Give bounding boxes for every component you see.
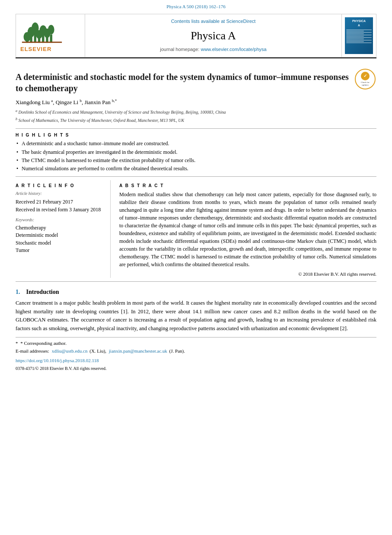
journal-cover-image: PHYSICAA <box>341 14 376 57</box>
cover-line-5 <box>346 35 372 35</box>
keyword-2: Deterministic model <box>16 232 104 239</box>
cover-line-1 <box>346 29 372 30</box>
title-divider <box>16 128 376 129</box>
journal-citation: Physica A 500 (2018) 162–176 <box>0 0 392 12</box>
email-link-1[interactable]: xdliu@ustb.edu.cn <box>52 348 88 353</box>
asterisk-icon: * <box>16 341 18 346</box>
received-date: Received 21 February 2017 <box>16 198 104 206</box>
cover-line-11 <box>346 42 372 43</box>
footnotes-area: * * Corresponding author. E-mail address… <box>16 337 376 355</box>
article-info-label: A R T I C L E I N F O <box>16 183 104 189</box>
svg-rect-13 <box>50 35 52 43</box>
highlights-label: H I G H L I G H T S <box>16 132 376 139</box>
check-updates-text: Check forupdates <box>361 81 370 86</box>
main-content: A deterministic and stochastic model for… <box>0 58 392 379</box>
affiliation-a: a a Donlinks School of Economics and Man… <box>16 108 351 116</box>
cover-line-6 <box>346 36 364 37</box>
cover-decoration <box>346 29 372 44</box>
cover-thumbnail: PHYSICAA <box>345 17 373 54</box>
highlight-item-4: Numerical simulations are performed to c… <box>16 165 376 172</box>
highlight-item-1: A deterministic and a stochastic tumor–i… <box>16 140 376 147</box>
elsevier-brand-text: ELSEVIER <box>20 45 51 54</box>
intro-heading: 1. Introduction <box>16 288 376 296</box>
keyword-4: Tumor <box>16 247 104 254</box>
intro-number: 1. <box>16 289 20 295</box>
journal-homepage: journal homepage: www.elsevier.com/locat… <box>160 46 266 53</box>
abstract-divider <box>16 281 376 282</box>
email-link-2[interactable]: jianxin.pan@manchester.ac.uk <box>109 348 167 353</box>
highlight-item-2: The basic dynamical properties are inves… <box>16 149 376 156</box>
article-info-column: A R T I C L E I N F O Article history: R… <box>16 180 111 278</box>
svg-rect-14 <box>22 41 62 43</box>
introduction-section: 1. Introduction Cancer treatment is a ma… <box>16 288 376 333</box>
affiliation-b: b School of Mathematics, The University … <box>16 117 351 124</box>
highlights-section: H I G H L I G H T S A deterministic and … <box>16 132 376 173</box>
revised-date: Received in revised form 3 January 2018 <box>16 206 104 213</box>
highlights-list: A deterministic and a stochastic tumor–i… <box>16 140 376 173</box>
copyright-text: © 2018 Elsevier B.V. All rights reserved… <box>119 271 376 278</box>
check-badge-circle: ✓ Check forupdates <box>355 69 376 89</box>
page: Physica A 500 (2018) 162–176 <box>0 0 392 535</box>
cover-line-10 <box>346 41 364 42</box>
abstract-label: A B S T R A C T <box>119 183 376 189</box>
info-abstract-columns: A R T I C L E I N F O Article history: R… <box>16 180 376 278</box>
elsevier-tree-icon <box>20 18 64 44</box>
doi-link[interactable]: https://doi.org/10.1016/j.physa.2018.02.… <box>16 357 376 364</box>
journal-title: Physica A <box>191 28 236 44</box>
history-label: Article history: <box>16 191 104 197</box>
doi-anchor[interactable]: https://doi.org/10.1016/j.physa.2018.02.… <box>16 358 99 363</box>
keywords-label: Keywords: <box>16 217 104 223</box>
cover-line-2 <box>346 31 364 32</box>
cover-line-8 <box>346 38 364 39</box>
intro-paragraph-1: Cancer treatment is a major public healt… <box>16 299 376 333</box>
keyword-3: Stochastic model <box>16 239 104 247</box>
cover-line-9 <box>346 40 372 41</box>
highlights-divider <box>16 176 376 177</box>
elsevier-logo: ELSEVIER <box>20 18 64 54</box>
issn-info: 0378-4371/© 2018 Elsevier B.V. All right… <box>16 366 376 372</box>
cover-title-text: PHYSICAA <box>352 19 366 28</box>
citation-text: Physica A 500 (2018) 162–176 <box>166 4 225 9</box>
check-icon: ✓ <box>361 72 370 80</box>
article-title: A deterministic and stochastic model for… <box>16 71 351 94</box>
corresponding-note: * * Corresponding author. <box>16 340 376 347</box>
cover-line-7 <box>346 37 372 38</box>
highlight-item-3: The CTMC model is harnessed to estimate … <box>16 157 376 164</box>
elsevier-logo-section: ELSEVIER <box>16 14 85 57</box>
sciencedirect-label: Contents lists available at ScienceDirec… <box>171 18 256 25</box>
journal-info-center: Contents lists available at ScienceDirec… <box>85 14 341 57</box>
journal-header: ELSEVIER Contents lists available at Sci… <box>16 14 376 57</box>
journal-homepage-link[interactable]: www.elsevier.com/locate/physa <box>201 47 266 52</box>
authors: Xiangdong Liu a, Qingze Li b, Jianxin Pa… <box>16 98 351 107</box>
keyword-1: Chemotherapy <box>16 224 104 232</box>
abstract-column: A B S T R A C T Modern medical studies s… <box>119 180 376 278</box>
cover-line-4 <box>346 33 364 34</box>
abstract-text: Modern medical studies show that chemoth… <box>119 191 376 268</box>
cover-line-3 <box>346 32 372 33</box>
doi-section: https://doi.org/10.1016/j.physa.2018.02.… <box>16 357 376 372</box>
email-footnote: E-mail addresses: xdliu@ustb.edu.cn (X. … <box>16 348 376 355</box>
svg-point-12 <box>48 25 54 35</box>
check-updates-badge: ✓ Check forupdates <box>355 69 376 90</box>
sciencedirect-link-text[interactable]: ScienceDirect <box>226 19 255 24</box>
